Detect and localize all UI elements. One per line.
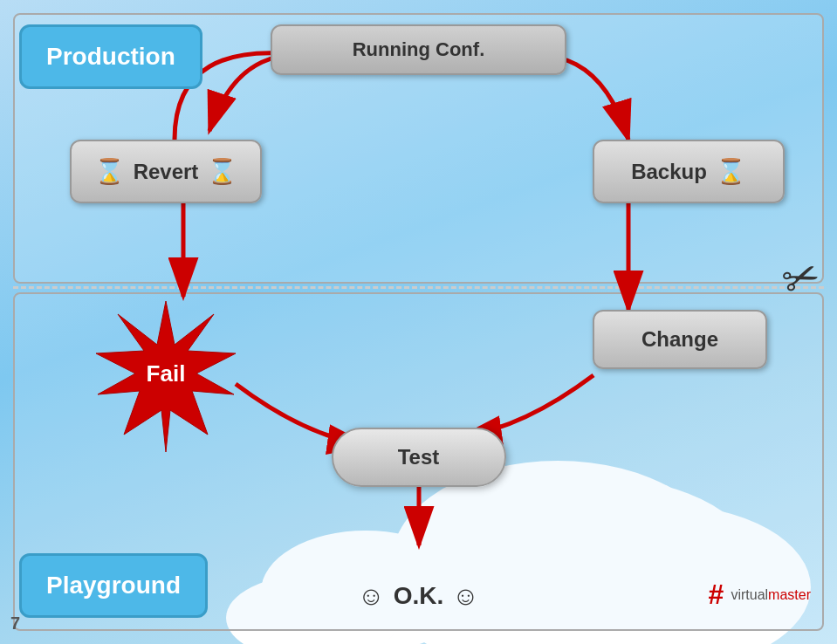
ok-label: O.K. (394, 582, 444, 610)
playground-box: Playground (19, 553, 208, 618)
hourglass-icon-backup: ⌛ (716, 157, 746, 186)
production-box: Production (19, 24, 202, 89)
master-text: master (768, 587, 811, 602)
dashed-separator (13, 286, 824, 289)
slide: Production Playground Running Conf. ⌛ Re… (0, 0, 837, 644)
virtual-text: virtual (731, 587, 768, 602)
hourglass-icon-right: ⌛ (207, 157, 237, 186)
revert-label: Revert (134, 160, 199, 184)
running-conf-box: Running Conf. (271, 24, 566, 75)
production-label: Production (46, 43, 175, 70)
svg-text:Fail: Fail (147, 360, 186, 387)
ok-area: ☺ O.K. ☺ (358, 581, 479, 611)
hash-icon: # (709, 579, 724, 611)
virtualmaster-text: virtualmaster (731, 587, 811, 603)
virtualmaster-logo: # virtualmaster (709, 579, 811, 611)
smiley-right: ☺ (452, 581, 479, 611)
backup-label: Backup (631, 160, 707, 184)
hourglass-icon-left: ⌛ (94, 157, 125, 186)
test-label: Test (398, 445, 440, 469)
fail-starburst-svg: Fail (87, 297, 244, 454)
backup-box: Backup ⌛ (593, 140, 785, 203)
test-box: Test (332, 428, 506, 487)
change-box: Change (593, 310, 767, 369)
page-number: 7 (10, 613, 20, 634)
revert-box: ⌛ Revert ⌛ (70, 140, 262, 203)
change-label: Change (641, 327, 718, 351)
smiley-left: ☺ (358, 581, 385, 611)
running-conf-label: Running Conf. (353, 38, 485, 60)
fail-burst: Fail (87, 297, 244, 454)
playground-label: Playground (46, 572, 181, 599)
